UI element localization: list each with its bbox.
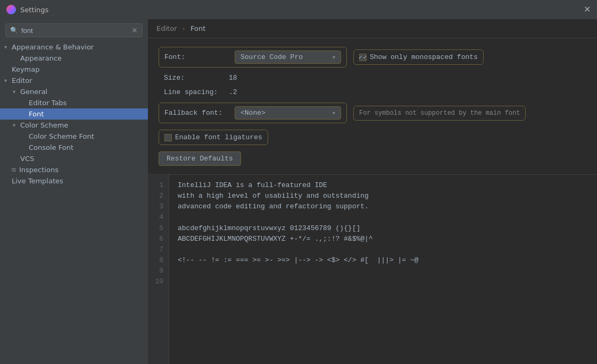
font-dropdown-arrow: ▾	[333, 54, 335, 60]
sidebar-item-editor[interactable]: Editor	[0, 75, 148, 86]
sidebar-item-vcs[interactable]: VCS	[0, 153, 148, 164]
breadcrumb-parent: Editor	[156, 24, 177, 32]
code-content: IntelliJ IDEA is a full-featured IDEwith…	[169, 175, 597, 364]
sidebar-item-console-font[interactable]: Console Font	[0, 142, 148, 153]
line-number-1: 1	[148, 180, 169, 191]
window-title: Settings	[20, 6, 48, 14]
search-input[interactable]	[21, 27, 128, 35]
app-icon	[6, 5, 16, 14]
copy-icon-inspections: ⧉	[12, 166, 16, 173]
line-spacing-label: Line spacing:	[159, 88, 222, 96]
code-line-10	[178, 276, 588, 287]
close-button[interactable]: ✕	[584, 5, 591, 14]
font-dropdown[interactable]: Source Code Pro ▾	[235, 50, 341, 64]
sidebar-item-general[interactable]: General	[0, 86, 148, 97]
size-label: Size:	[159, 74, 222, 82]
sidebar-label-appearance: Appearance	[20, 54, 148, 62]
size-row: Size:	[159, 74, 586, 82]
ligatures-checkbox[interactable]	[164, 134, 172, 141]
sidebar-item-live-templates[interactable]: Live Templates	[0, 175, 148, 187]
sidebar-tree: Appearance & BehaviorAppearanceKeymapEdi…	[0, 41, 148, 187]
code-line-9	[178, 266, 588, 276]
sidebar-item-keymap[interactable]: Keymap	[0, 64, 148, 75]
caret-color-scheme	[13, 122, 20, 128]
fallback-font-value: <None>	[241, 109, 330, 117]
line-number-4: 4	[148, 212, 169, 223]
sidebar-item-appearance-behavior[interactable]: Appearance & Behavior	[0, 41, 148, 53]
fallback-font-arrow: ▾	[333, 110, 335, 116]
breadcrumb-current: Font	[190, 24, 205, 32]
sidebar-item-color-scheme-font[interactable]: Color Scheme Font	[0, 131, 148, 142]
ligatures-label: Enable font ligatures	[175, 133, 262, 141]
font-label: Font:	[164, 53, 228, 61]
sidebar-item-color-scheme[interactable]: Color Scheme	[0, 120, 148, 131]
fallback-font-row: Fallback font: <None> ▾ For symbols not …	[159, 103, 586, 123]
breadcrumb: Editor › Font	[148, 19, 597, 38]
line-number-9: 9	[148, 266, 169, 276]
code-line-7	[178, 244, 588, 255]
sidebar-label-live-templates: Live Templates	[12, 177, 148, 185]
code-line-2: with a high level of usability and outst…	[178, 191, 588, 201]
preview-pane: 12345678910 IntelliJ IDEA is a full-feat…	[148, 174, 597, 364]
show-monospaced-group[interactable]: ✓ Show only monospaced fonts	[353, 49, 484, 65]
sidebar-label-editor-tabs: Editor Tabs	[29, 99, 148, 107]
sidebar-label-general: General	[20, 88, 148, 96]
code-line-4	[178, 212, 588, 223]
sidebar-item-editor-tabs[interactable]: Editor Tabs	[0, 97, 148, 108]
code-line-8: <!-- -- != := === >= >- >=> |--> -> <$> …	[178, 255, 588, 266]
content-pane: Editor › Font Font: Source Code Pro ▾ ✓ …	[148, 19, 597, 364]
settings-form: Font: Source Code Pro ▾ ✓ Show only mono…	[148, 38, 597, 174]
fallback-font-hint: For symbols not supported by the main fo…	[359, 109, 520, 117]
line-number-5: 5	[148, 223, 169, 234]
size-input[interactable]	[229, 74, 261, 82]
caret-appearance-behavior	[4, 44, 12, 50]
title-bar-left: Settings	[6, 5, 48, 14]
caret-general	[13, 89, 20, 95]
line-number-8: 8	[148, 255, 169, 266]
sidebar-label-inspections: Inspections	[19, 166, 148, 174]
sidebar-label-console-font: Console Font	[29, 143, 148, 151]
code-line-5: abcdefghijklmnopqrstuvwxyz 0123456789 ()…	[178, 223, 588, 234]
breadcrumb-separator: ›	[183, 24, 185, 32]
search-icon: 🔍	[10, 27, 18, 34]
font-row: Font: Source Code Pro ▾ ✓ Show only mono…	[159, 47, 586, 67]
show-monospaced-checkbox[interactable]: ✓	[359, 54, 367, 61]
restore-defaults-button[interactable]: Restore Defaults	[159, 151, 241, 166]
sidebar-label-keymap: Keymap	[12, 65, 148, 73]
font-group: Font: Source Code Pro ▾	[159, 47, 347, 67]
line-numbers: 12345678910	[148, 175, 169, 364]
sidebar-label-font: Font	[29, 110, 148, 118]
search-box: 🔍 ✕	[5, 23, 143, 37]
sidebar-item-font[interactable]: Font	[0, 108, 148, 120]
line-number-10: 10	[148, 276, 169, 287]
title-bar: Settings ✕	[0, 0, 597, 19]
fallback-font-group: Fallback font: <None> ▾	[159, 103, 347, 123]
main-content: 🔍 ✕ Appearance & BehaviorAppearanceKeyma…	[0, 19, 597, 364]
ligatures-row: Enable font ligatures	[159, 130, 586, 145]
sidebar-label-vcs: VCS	[20, 155, 148, 163]
sidebar-item-inspections[interactable]: ⧉Inspections	[0, 164, 148, 175]
code-line-3: advanced code editing and refactoring su…	[178, 201, 588, 212]
line-spacing-row: Line spacing:	[159, 88, 586, 96]
sidebar-label-appearance-behavior: Appearance & Behavior	[12, 43, 148, 51]
sidebar-label-editor: Editor	[12, 77, 148, 84]
line-number-2: 2	[148, 191, 169, 201]
caret-editor	[4, 78, 12, 83]
show-monospaced-label: Show only monospaced fonts	[370, 53, 478, 61]
fallback-font-hint-group: For symbols not supported by the main fo…	[353, 106, 526, 121]
fallback-font-dropdown[interactable]: <None> ▾	[235, 106, 341, 120]
fallback-font-label: Fallback font:	[164, 109, 228, 117]
line-number-6: 6	[148, 234, 169, 244]
ligatures-group[interactable]: Enable font ligatures	[159, 130, 268, 145]
sidebar-item-appearance[interactable]: Appearance	[0, 53, 148, 64]
line-number-3: 3	[148, 201, 169, 212]
code-line-6: ABCDEFGHIJKLMNOPQRSTUVWXYZ +-*/= .,;:!? …	[178, 234, 588, 244]
restore-row: Restore Defaults	[159, 151, 586, 166]
line-number-7: 7	[148, 244, 169, 255]
sidebar-label-color-scheme: Color Scheme	[20, 121, 148, 129]
line-spacing-input[interactable]	[229, 88, 261, 96]
code-line-1: IntelliJ IDEA is a full-featured IDE	[178, 180, 588, 191]
sidebar-label-color-scheme-font: Color Scheme Font	[29, 132, 148, 140]
search-clear-button[interactable]: ✕	[131, 26, 138, 35]
font-dropdown-value: Source Code Pro	[241, 53, 330, 61]
